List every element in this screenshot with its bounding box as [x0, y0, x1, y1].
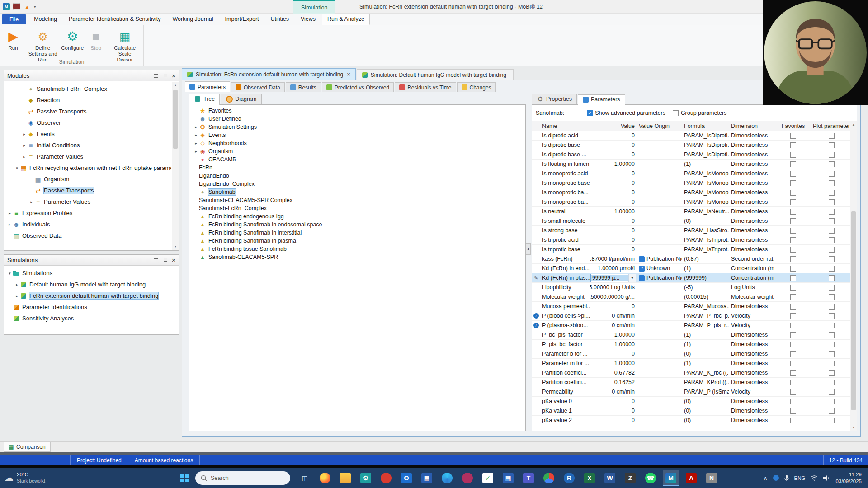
- language-indicator[interactable]: ENG: [794, 475, 806, 481]
- favorite-checkbox[interactable]: [790, 294, 796, 300]
- taskbar-firefox-button[interactable]: [317, 470, 333, 486]
- document-tab-simulation-default-human-igg-model-with-target-binding[interactable]: Simulation: Default human IgG model with…: [357, 69, 514, 80]
- taskbar-zotero-button[interactable]: Z: [622, 470, 638, 486]
- param-row-pka-value-0[interactable]: pKa value 00(0)Dimensionless: [532, 397, 851, 406]
- param-row-is-diprotic-base[interactable]: Is diprotic base ...0PARAM_IsDiproti...D…: [532, 150, 851, 160]
- favorite-checkbox[interactable]: [790, 190, 796, 196]
- module-node-observer[interactable]: ◉Observer: [4, 117, 171, 128]
- taskbar-task-view-button[interactable]: ◫: [297, 470, 313, 486]
- simulation-node-default-human-igg-model-with-target-binding[interactable]: ▸Default human IgG model with target bin…: [4, 279, 171, 290]
- favorite-checkbox[interactable]: [790, 180, 796, 186]
- taskbar-edge-button[interactable]: [439, 470, 455, 486]
- favorite-checkbox[interactable]: [790, 209, 796, 215]
- tree-node-neighborhoods[interactable]: ▸◇Neighborhoods: [189, 139, 525, 147]
- tree-node-fcrn-binding-sanofimab-in-plasma[interactable]: ▲FcRn binding Sanofimab in plasma: [189, 237, 525, 245]
- column-header-dimension[interactable]: Dimension: [729, 121, 774, 131]
- favorite-checkbox[interactable]: [790, 361, 796, 366]
- favorite-checkbox[interactable]: [790, 380, 796, 385]
- favorite-checkbox[interactable]: [790, 133, 796, 139]
- param-row-is-monoprotic-acid[interactable]: Is monoprotic acid0PARAM_IsMonop...Dimen…: [532, 169, 851, 178]
- taskbar-chrome-button[interactable]: [541, 470, 557, 486]
- column-header-name[interactable]: Name: [540, 121, 590, 131]
- ribbon-stop-button[interactable]: ■Stop: [85, 28, 106, 52]
- document-tab-simulation-fcrn-extension-default-human-with-target-binding[interactable]: Simulation: FcRn extension default human…: [182, 68, 356, 80]
- taskbar-word-button[interactable]: W: [602, 470, 618, 486]
- expander-icon[interactable]: ▸: [28, 200, 34, 204]
- tree-node-fcrn-binding-endogenous-igg[interactable]: ▲FcRn binding endogenous Igg: [189, 212, 525, 221]
- taskbar-photos-button[interactable]: [459, 470, 476, 486]
- param-row-kd-fcrn-in-plas[interactable]: ✎Kd (FcRn) in plas...999999 µ...▾Publica…: [532, 273, 851, 283]
- taskbar-excel-button[interactable]: X: [581, 470, 598, 486]
- scroll-down-icon[interactable]: ▼: [850, 424, 857, 431]
- menu-run-analyze[interactable]: Run & Analyze: [322, 14, 370, 25]
- taskbar-calendar-button[interactable]: ▦: [419, 470, 435, 486]
- tree-node-sanofimab-ceacam5-spr[interactable]: ▲Sanofimab-CEACAM5-SPR: [189, 253, 525, 261]
- tree-node-organism[interactable]: ▸◉Organism: [189, 147, 525, 155]
- param-row-kd-fcrn-in-end[interactable]: Kd (FcRn) in end...1.00000 µmol/l?Unknow…: [532, 264, 851, 273]
- favorite-checkbox[interactable]: [790, 266, 796, 272]
- favorite-checkbox[interactable]: [790, 237, 796, 243]
- plot-parameter-checkbox[interactable]: [829, 313, 835, 319]
- expander-icon[interactable]: ▾: [14, 166, 20, 170]
- favorite-checkbox[interactable]: [790, 304, 796, 310]
- view-tab-changes[interactable]: Changes: [457, 82, 496, 92]
- simulation-context-tab[interactable]: Simulation: [293, 0, 335, 14]
- favorite-checkbox[interactable]: [790, 418, 796, 423]
- expander-icon[interactable]: ▸: [193, 125, 199, 129]
- param-row-permeability[interactable]: Permeability0 cm/minPARAM_P (IsSma...Vel…: [532, 387, 851, 397]
- microphone-icon[interactable]: [784, 475, 789, 481]
- float-window-icon[interactable]: [154, 74, 158, 78]
- favorite-checkbox[interactable]: [790, 408, 796, 414]
- param-row-lipophilicity[interactable]: Lipophilicity-5.00000 Log Units(-5)Log U…: [532, 283, 851, 292]
- param-row-is-monoprotic-base[interactable]: Is monoprotic base0PARAM_IsMonop...Dimen…: [532, 178, 851, 188]
- tree-node-ligandendo[interactable]: LigandEndo: [189, 172, 525, 180]
- wifi-icon[interactable]: [811, 475, 818, 481]
- table-scrollbar[interactable]: ▲ ▼: [850, 121, 857, 431]
- param-row-partition-coeffici[interactable]: Partition coeffici...0.67782PARAM_K_rbc …: [532, 368, 851, 378]
- plot-parameter-checkbox[interactable]: [829, 218, 835, 224]
- column-header-formula[interactable]: Formula: [682, 121, 729, 131]
- plot-parameter-checkbox[interactable]: [829, 133, 835, 139]
- favorite-checkbox[interactable]: [790, 228, 796, 234]
- tray-chevron-icon[interactable]: ∧: [764, 475, 768, 481]
- module-node-individuals[interactable]: ▸☻Individuals: [4, 219, 171, 230]
- module-node-parameter-values[interactable]: ▸≡Parameter Values: [4, 151, 171, 162]
- menu-parameter-identification-sensitivity[interactable]: Parameter Identification & Sensitivity: [63, 14, 166, 24]
- plot-parameter-checkbox[interactable]: [829, 152, 835, 158]
- param-row-is-strong-base[interactable]: Is strong base0PARAM_HasStro...Dimension…: [532, 226, 851, 235]
- weather-widget[interactable]: ☁ 20°C Stark bewölkt: [0, 472, 86, 483]
- view-tab-parameters[interactable]: Parameters: [185, 81, 230, 92]
- export-icon[interactable]: ▲: [24, 3, 31, 10]
- plot-parameter-checkbox[interactable]: [829, 161, 835, 167]
- tree-node-sanofimab-fcrn-complex[interactable]: Sanofimab-FcRn_Complex: [189, 204, 525, 212]
- taskbar-mobi-button[interactable]: M: [663, 470, 679, 486]
- expander-icon[interactable]: ▸: [21, 155, 27, 159]
- taskbar-notepad-button[interactable]: N: [703, 470, 720, 486]
- start-button[interactable]: [176, 470, 193, 486]
- taskbar-rstudio-button[interactable]: R: [561, 470, 577, 486]
- plot-parameter-checkbox[interactable]: [829, 266, 835, 272]
- plot-parameter-checkbox[interactable]: [829, 285, 835, 291]
- value-editor-combobox[interactable]: 999999 µ...▾: [590, 274, 636, 282]
- module-node-parameter-values[interactable]: ▸≡Parameter Values: [4, 196, 171, 207]
- view-tab-results[interactable]: Results: [286, 82, 321, 92]
- module-node-reaction[interactable]: ◆Reaction: [4, 94, 171, 106]
- tab-parameters[interactable]: Parameters: [578, 94, 625, 105]
- module-node-expression-profiles[interactable]: ▸≡Expression Profiles: [4, 207, 171, 219]
- volume-icon[interactable]: [823, 475, 830, 481]
- menu-file[interactable]: File: [2, 14, 26, 24]
- plot-parameter-checkbox[interactable]: [829, 408, 835, 414]
- tree-node-simulation-settings[interactable]: ▸⚙Simulation Settings: [189, 123, 525, 131]
- taskbar-file-explorer-button[interactable]: [337, 470, 354, 486]
- favorite-checkbox[interactable]: [790, 351, 796, 357]
- tray-app-icon[interactable]: [773, 475, 779, 481]
- favorite-checkbox[interactable]: [790, 247, 796, 253]
- plot-parameter-checkbox[interactable]: [829, 294, 835, 300]
- menu-views[interactable]: Views: [295, 14, 321, 24]
- scroll-thumb[interactable]: [173, 90, 178, 149]
- scroll-up-icon[interactable]: ▲: [172, 82, 179, 89]
- plot-parameter-checkbox[interactable]: [829, 370, 835, 376]
- tab-tree[interactable]: Tree: [189, 94, 220, 105]
- taskbar-search[interactable]: Search: [195, 471, 290, 485]
- plot-parameter-checkbox[interactable]: [829, 323, 835, 328]
